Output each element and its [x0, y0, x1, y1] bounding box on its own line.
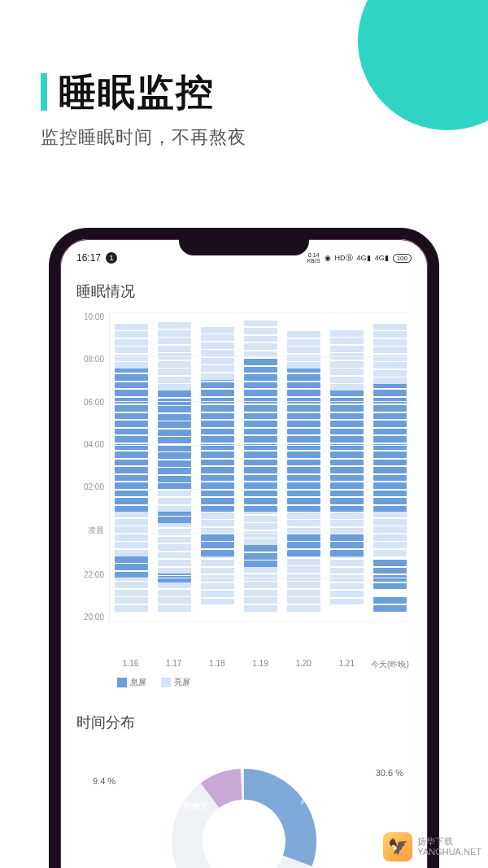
chart-legend: 息屏亮屏: [117, 677, 412, 688]
chart-column[interactable]: [158, 312, 191, 622]
pie-label-left: 9.4 %: [93, 776, 115, 786]
x-tick: 1.21: [325, 659, 368, 670]
legend-item: 息屏: [117, 677, 146, 688]
status-bar: 16:17 1 0.14 KB/S ◉ HDⓐ 4G▮ 4G▮ 100: [76, 249, 412, 267]
pie-label-right: 30.6 %: [376, 768, 403, 778]
legend-item: 亮屏: [161, 677, 190, 688]
phone-mockup: 16:17 1 0.14 KB/S ◉ HDⓐ 4G▮ 4G▮ 100 睡眠情况: [49, 228, 439, 868]
battery-indicator: 100: [393, 254, 412, 263]
chart-column[interactable]: [287, 312, 320, 622]
legend-swatch: [161, 678, 171, 687]
signal1-icon: 4G▮: [357, 254, 371, 262]
wifi-icon: ◉: [325, 254, 331, 262]
statusbar-left: 16:17 1: [76, 252, 117, 264]
watermark: 🦅 扬华下载 YANGHUA.NET: [383, 832, 481, 861]
x-tick: 今天(昨晚): [368, 659, 412, 670]
x-tick: 1.16: [109, 659, 152, 670]
notification-badge: 1: [106, 252, 117, 264]
chart-column[interactable]: [373, 312, 407, 622]
donut-chart[interactable]: 9.4 % 30.6 % 爱奇艺 其它: [76, 744, 412, 868]
pie-segment-right: 其它: [300, 794, 318, 806]
chart-column[interactable]: [244, 312, 277, 622]
watermark-icon: 🦅: [383, 832, 412, 861]
x-tick: 1.18: [195, 659, 238, 670]
sleep-section-title: 睡眠情况: [76, 281, 412, 301]
pie-segment-left: 爱奇艺: [182, 800, 209, 813]
x-tick: 1.17: [152, 659, 195, 670]
hd-indicator: HDⓐ: [335, 253, 353, 264]
y-tick: 22:00: [76, 570, 104, 579]
signal2-icon: 4G▮: [375, 254, 389, 262]
chart-columns: [110, 312, 412, 622]
y-tick: 04:00: [76, 440, 104, 449]
y-tick: 06:00: [76, 398, 104, 407]
phone-frame: 16:17 1 0.14 KB/S ◉ HDⓐ 4G▮ 4G▮ 100 睡眠情况: [49, 228, 439, 868]
statusbar-time: 16:17: [76, 252, 101, 264]
y-tick: 20:00: [76, 613, 104, 622]
chart-column[interactable]: [115, 312, 148, 622]
donut-svg: [163, 760, 325, 868]
y-tick: 08:00: [76, 355, 104, 364]
y-tick: 02:00: [76, 482, 104, 491]
legend-swatch: [117, 678, 127, 687]
time-distribution-section: 时间分布 9.4 % 30.6 % 爱奇艺 其它: [76, 713, 412, 868]
chart-plot-area: [109, 312, 412, 622]
watermark-text: 扬华下载 YANGHUA.NET: [417, 836, 481, 857]
statusbar-right: 0.14 KB/S ◉ HDⓐ 4G▮ 4G▮ 100: [307, 252, 412, 264]
chart-column[interactable]: [330, 312, 364, 622]
network-speed: 0.14 KB/S: [307, 252, 320, 264]
y-tick: 凌晨: [76, 525, 104, 536]
phone-screen: 16:17 1 0.14 KB/S ◉ HDⓐ 4G▮ 4G▮ 100 睡眠情况: [60, 239, 428, 868]
chart-column[interactable]: [201, 312, 234, 622]
hero-subtitle: 监控睡眠时间，不再熬夜: [41, 125, 447, 150]
sleep-chart[interactable]: 10:0008:0006:0004:0002:00凌晨22:0020:00: [76, 312, 412, 654]
chart-y-axis: 10:0008:0006:0004:0002:00凌晨22:0020:00: [76, 312, 109, 622]
distribution-title: 时间分布: [76, 713, 412, 732]
x-tick: 1.19: [238, 659, 281, 670]
chart-x-axis: 1.161.171.181.191.201.21今天(昨晚): [109, 659, 412, 670]
x-tick: 1.20: [282, 659, 325, 670]
y-tick: 10:00: [76, 312, 104, 321]
